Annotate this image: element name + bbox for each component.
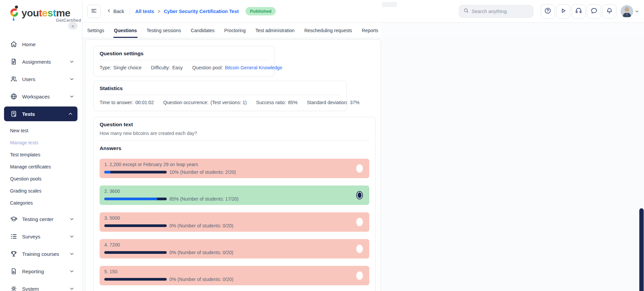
answer-radio[interactable]	[356, 245, 363, 253]
difficulty-field: Difficulty: Easy	[151, 65, 183, 70]
answer-stats: 0% (Number of students: 0/20)	[169, 250, 233, 255]
sidebar-item-workspaces[interactable]: Workspaces	[0, 88, 82, 105]
tab-candidates[interactable]: Candidates	[190, 23, 215, 38]
question-panel: Question settings Type: Single choice Di…	[85, 40, 381, 291]
answer-radio[interactable]	[356, 218, 363, 226]
question-card: Question text How many new bitcoins are …	[93, 117, 376, 291]
sidebar-subitem-manage-tests[interactable]: Manage tests	[0, 137, 82, 149]
breadcrumb: All tests > Cyber Security Certification…	[135, 7, 276, 15]
search-input[interactable]	[472, 9, 525, 14]
sidebar-item-users[interactable]: Users	[0, 70, 82, 88]
tour-button[interactable]	[556, 4, 570, 18]
sidebar-collapse-button[interactable]: «	[68, 22, 77, 29]
support-button[interactable]	[572, 4, 586, 18]
question-settings-card: Question settings Type: Single choice Di…	[93, 46, 274, 76]
answer-stats: 10% (Number of students: 2/20)	[169, 169, 236, 175]
answer-radio[interactable]	[356, 164, 363, 173]
tab-testing-sessions[interactable]: Testing sessions	[146, 23, 182, 38]
trophy-icon	[10, 250, 17, 258]
tab-proctoring[interactable]: Proctoring	[224, 23, 247, 38]
answer-stats: 0% (Number of students: 0/20)	[169, 277, 233, 282]
sidebar-item-tests[interactable]: Tests	[4, 106, 77, 121]
globe-icon	[10, 93, 17, 100]
sidebar-item-home[interactable]: Home	[0, 35, 82, 53]
notifications-button[interactable]	[602, 4, 616, 18]
standard-deviation-field: Standard deviation: 37%	[307, 100, 360, 105]
chevron-down-icon	[69, 234, 74, 239]
bell-icon	[606, 7, 613, 16]
type-field: Type: Single choice	[100, 65, 142, 70]
answer-row: 1. 2,200 except or February 29 on leap y…	[100, 159, 369, 178]
main-column: Back All tests > Cyber Security Certific…	[83, 0, 644, 291]
gear-icon	[10, 285, 17, 291]
sidebar-item-system[interactable]: System	[0, 280, 82, 291]
sidebar-item-surveys[interactable]: Surveys	[0, 228, 82, 245]
answer-radio[interactable]	[356, 191, 363, 200]
tab-settings[interactable]: Settings	[87, 23, 105, 38]
chevron-left-icon	[107, 8, 111, 14]
answer-row: 2. 3600 85% (Number of students: 17/20)	[100, 186, 369, 205]
question-pool-field: Question pool: Bitcoin General Knowledge	[192, 65, 282, 70]
sidebar-subitem-grading-scales[interactable]: Grading scales	[0, 185, 82, 197]
answer-progress-bar	[104, 224, 167, 227]
sidebar-subitem-manage-certificates[interactable]: Manage certificates	[0, 161, 82, 173]
answers-title: Answers	[100, 145, 369, 151]
sidebar-item-training-courses[interactable]: Training courses	[0, 245, 82, 263]
back-button[interactable]: Back	[107, 8, 124, 14]
tests-icon	[10, 110, 17, 118]
sidebar: youtestme GetCertified « Home Assignment…	[0, 0, 83, 291]
tests-submenu: New test Manage tests Test templates Man…	[0, 123, 82, 210]
youtestme-mark-icon	[8, 5, 20, 23]
home-icon	[10, 41, 17, 48]
assignments-icon	[10, 58, 17, 65]
status-badge: Published	[246, 7, 276, 15]
tab-questions[interactable]: Questions	[113, 23, 138, 38]
tab-test-administration[interactable]: Test administration	[255, 23, 295, 38]
top-bar-actions	[459, 4, 639, 18]
test-tabs: Settings Questions Testing sessions Cand…	[83, 23, 381, 38]
user-menu[interactable]	[621, 5, 639, 18]
headset-icon	[575, 7, 582, 16]
brand-wordmark: youtestme	[21, 7, 81, 19]
hamburger-icon	[91, 7, 97, 15]
answer-row: 3. 5000 0% (Number of students: 0/20)	[100, 212, 369, 232]
breadcrumb-all-tests[interactable]: All tests	[135, 9, 154, 14]
global-search[interactable]	[459, 5, 533, 18]
users-icon	[10, 75, 17, 83]
question-pool-link[interactable]: Bitcoin General Knowledge	[225, 65, 282, 70]
menu-toggle-button[interactable]	[87, 5, 101, 18]
time-to-answer-field: Time to answer: 00:01:02	[100, 100, 154, 105]
chat-bubble-icon	[590, 7, 598, 16]
answer-progress-bar	[104, 278, 167, 281]
sidebar-subitem-new-test[interactable]: New test	[0, 125, 82, 137]
question-settings-title: Question settings	[100, 51, 268, 57]
answer-row: 4. 7200 0% (Number of students: 0/20)	[100, 239, 369, 259]
breadcrumb-test-name[interactable]: Cyber Security Certification Test	[164, 9, 239, 14]
tab-reports[interactable]: Reports	[361, 23, 379, 38]
answer-label: 1. 2,200 except or February 29 on leap y…	[104, 162, 348, 167]
sidebar-subitem-test-templates[interactable]: Test templates	[0, 149, 82, 161]
sidebar-item-testing-center[interactable]: Testing center	[0, 210, 82, 228]
sidebar-subitem-question-pools[interactable]: Question pools	[0, 173, 82, 185]
graduation-cap-icon	[10, 215, 17, 223]
report-chart-icon	[10, 268, 17, 275]
brand-logo: youtestme GetCertified «	[0, 0, 82, 31]
sidebar-item-reporting[interactable]: Reporting	[0, 263, 82, 280]
question-text-title: Question text	[100, 122, 369, 128]
breadcrumb-separator: >	[158, 9, 160, 14]
answer-label: 5. 150	[104, 269, 348, 274]
answer-stats: 85% (Number of students: 17/20)	[169, 196, 238, 202]
tab-rescheduling-requests[interactable]: Rescheduling requests	[304, 23, 353, 38]
answer-label: 2. 3600	[104, 189, 348, 194]
help-button[interactable]	[541, 4, 555, 18]
statistics-card: Statistics Time to answer: 00:01:02 Ques…	[93, 81, 347, 111]
sidebar-item-assignments[interactable]: Assignments	[0, 53, 82, 70]
answer-radio[interactable]	[356, 272, 363, 280]
page-scrollbar-thumb[interactable]	[639, 208, 644, 291]
messages-button[interactable]	[587, 4, 601, 18]
sidebar-subitem-categories[interactable]: Categories	[0, 197, 82, 209]
answer-stats: 0% (Number of students: 0/20)	[169, 223, 233, 228]
chevron-down-icon	[69, 59, 74, 64]
answer-row: 5. 150 0% (Number of students: 0/20)	[100, 266, 369, 285]
statistics-title: Statistics	[100, 85, 340, 91]
